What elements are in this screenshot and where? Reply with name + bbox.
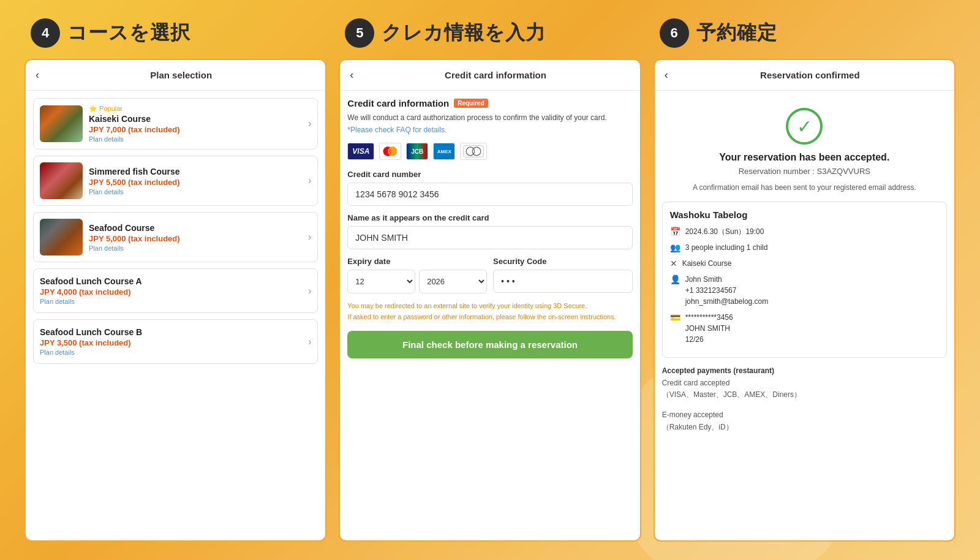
plan-card-simmered-fish[interactable]: Simmered fish Course JPY 5,500 (tax incl… <box>33 156 318 206</box>
lunch-b-arrow-icon: › <box>308 336 311 347</box>
reservation-number: Reservation number : S3AZQVVURS <box>662 167 947 176</box>
lunch-b-info: Seafood Lunch Course B JPY 3,500 (tax in… <box>40 327 308 356</box>
confirmed-title: Your reservation has been accepted. <box>662 152 947 163</box>
section-4-header: 4 コースを選択 <box>24 18 326 48</box>
lunch-b-price: JPY 3,500 (tax included) <box>40 338 308 347</box>
diners-icon <box>460 143 487 160</box>
plan-card-kaiseki[interactable]: ⭐ Popular Kaiseki Course JPY 7,000 (tax … <box>33 98 318 149</box>
card-number-input[interactable] <box>347 183 632 206</box>
section-reservation-confirmed: 6 予約確定 ‹ Reservation confirmed ✓ Your re… <box>654 18 956 542</box>
confirmation-email-text: A confirmation email has been sent to yo… <box>662 182 947 193</box>
lunch-a-details[interactable]: Plan details <box>40 298 308 305</box>
cc-phone-header: ‹ Credit card information <box>340 60 639 91</box>
simmered-fish-arrow-icon: › <box>308 175 311 186</box>
plan-header-title: Plan selection <box>47 70 315 80</box>
lunch-a-name: Seafood Lunch Course A <box>40 276 308 286</box>
simmered-fish-name: Simmered fish Course <box>89 167 308 176</box>
security-code-input[interactable] <box>493 270 633 293</box>
simmered-fish-price: JPY 5,500 (tax included) <box>89 178 308 187</box>
confirmed-content: ✓ Your reservation has been accepted. Re… <box>655 91 954 540</box>
cc-description: We will conduct a card authorization pro… <box>347 112 632 123</box>
name-on-card-label: Name as it appears on the credit card <box>347 213 632 222</box>
seafood-price: JPY 5,000 (tax included) <box>89 234 308 243</box>
confirmed-back-button[interactable]: ‹ <box>665 69 668 81</box>
info-row-date: 📅 2024.6.30（Sun）19:00 <box>670 226 939 237</box>
info-row-contact: 👤 John Smith+1 3321234567john_smith@tabe… <box>670 274 939 307</box>
section-5-title: クレカ情報を入力 <box>382 20 546 47</box>
section-6-header: 6 予約確定 <box>654 18 956 48</box>
plan-card-lunch-b[interactable]: Seafood Lunch Course B JPY 3,500 (tax in… <box>33 319 318 364</box>
expiry-month-select[interactable]: 12 01 02 <box>347 270 415 293</box>
required-badge: Required <box>454 99 488 108</box>
cc-3dsecure-warning: You may be redirected to an external sit… <box>347 301 632 322</box>
simmered-fish-info: Simmered fish Course JPY 5,500 (tax incl… <box>89 167 308 195</box>
info-row-guests: 👥 3 people including 1 child <box>670 242 939 253</box>
visa-icon: VISA <box>347 143 374 160</box>
confirmed-phone-header: ‹ Reservation confirmed <box>655 60 954 91</box>
kaiseki-image <box>40 105 83 142</box>
lunch-a-price: JPY 4,000 (tax included) <box>40 287 308 297</box>
confirmed-check-icon: ✓ <box>662 108 947 145</box>
final-check-button[interactable]: Final check before making a reservation <box>347 331 632 358</box>
kaiseki-name: Kaiseki Course <box>89 114 308 124</box>
checkmark-circle: ✓ <box>786 108 823 145</box>
simmered-fish-details[interactable]: Plan details <box>89 188 308 195</box>
seafood-info: Seafood Course JPY 5,000 (tax included) … <box>89 223 308 252</box>
cc-title-text: Credit card information <box>347 98 449 108</box>
kaiseki-details[interactable]: Plan details <box>89 135 308 143</box>
expiry-security-row: Expiry date 12 01 02 2026 2025 2027 <box>347 257 632 293</box>
seafood-details[interactable]: Plan details <box>89 244 308 252</box>
cc-content: Credit card information Required We will… <box>340 91 639 540</box>
seafood-arrow-icon: › <box>308 232 311 243</box>
cc-header-title: Credit card information <box>361 70 630 80</box>
security-col: Security Code <box>493 257 633 293</box>
kaiseki-price: JPY 7,000 (tax included) <box>89 125 308 134</box>
plan-card-lunch-a[interactable]: Seafood Lunch Course A JPY 4,000 (tax in… <box>33 268 318 313</box>
plan-back-button[interactable]: ‹ <box>36 69 39 81</box>
lunch-b-details[interactable]: Plan details <box>40 349 308 356</box>
calendar-icon: 📅 <box>670 227 680 236</box>
lunch-a-info: Seafood Lunch Course A JPY 4,000 (tax in… <box>40 276 308 305</box>
info-contact: John Smith+1 3321234567john_smith@tabelo… <box>685 274 769 307</box>
seafood-name: Seafood Course <box>89 223 308 233</box>
mastercard-icon <box>379 143 401 160</box>
info-row-course: ✕ Kaiseki Course <box>670 258 939 269</box>
name-on-card-input[interactable] <box>347 226 632 249</box>
info-row-card: 💳 ***********3456JOHN SMITH12/26 <box>670 312 939 345</box>
phone-mockup-plan: ‹ Plan selection ⭐ Popular Kaiseki Cours… <box>24 59 326 542</box>
step-6-circle: 6 <box>660 18 689 48</box>
payments-section: Accepted payments (restaurant) Credit ca… <box>662 366 947 433</box>
cc-faq-link[interactable]: *Please check FAQ for details. <box>347 126 632 134</box>
confirmed-header-title: Reservation confirmed <box>676 70 944 80</box>
restaurant-name: Washoku Tabelog <box>670 210 939 220</box>
jcb-icon: JCB <box>406 143 428 160</box>
section-plan-selection: 4 コースを選択 ‹ Plan selection ⭐ Popular Kais… <box>24 18 326 542</box>
main-container: 4 コースを選択 ‹ Plan selection ⭐ Popular Kais… <box>0 0 980 560</box>
expiry-year-select[interactable]: 2026 2025 2027 <box>419 270 487 293</box>
kaiseki-popular: ⭐ Popular <box>89 105 308 113</box>
section-6-title: 予約確定 <box>696 20 777 47</box>
restaurant-details-card: Washoku Tabelog 📅 2024.6.30（Sun）19:00 👥 … <box>662 202 947 358</box>
lunch-a-arrow-icon: › <box>308 286 311 297</box>
plan-phone-header: ‹ Plan selection <box>26 60 325 91</box>
expiry-selects: 12 01 02 2026 2025 2027 <box>347 270 487 293</box>
card-icon: 💳 <box>670 312 680 322</box>
info-date: 2024.6.30（Sun）19:00 <box>685 226 764 237</box>
lunch-b-name: Seafood Lunch Course B <box>40 327 308 337</box>
phone-mockup-confirmed: ‹ Reservation confirmed ✓ Your reservati… <box>654 59 956 542</box>
card-icons-row: VISA JCB AMEX <box>347 143 632 160</box>
guests-icon: 👥 <box>670 243 680 252</box>
info-card: ***********3456JOHN SMITH12/26 <box>685 312 733 345</box>
cc-back-button[interactable]: ‹ <box>350 69 353 81</box>
card-number-label: Credit card number <box>347 170 632 179</box>
section-5-header: 5 クレカ情報を入力 <box>339 18 641 48</box>
section-4-title: コースを選択 <box>67 20 190 47</box>
kaiseki-info: ⭐ Popular Kaiseki Course JPY 7,000 (tax … <box>89 105 308 143</box>
seafood-image <box>40 219 83 255</box>
course-icon: ✕ <box>670 259 677 268</box>
info-course: Kaiseki Course <box>682 258 732 269</box>
step-4-circle: 4 <box>31 18 60 48</box>
simmered-fish-image <box>40 162 83 199</box>
kaiseki-arrow-icon: › <box>308 118 311 129</box>
plan-card-seafood[interactable]: Seafood Course JPY 5,000 (tax included) … <box>33 212 318 262</box>
